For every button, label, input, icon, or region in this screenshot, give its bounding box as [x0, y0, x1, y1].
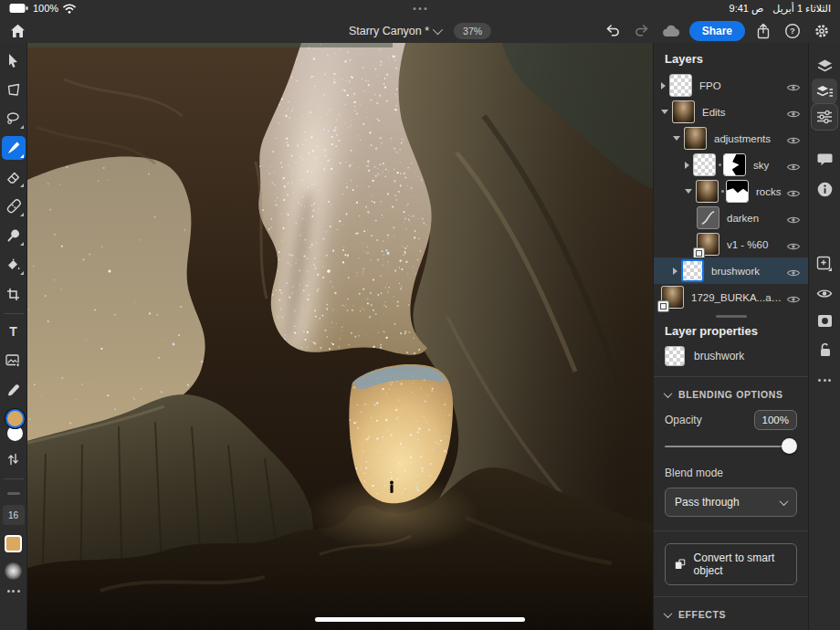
visibility-eye-icon[interactable]	[786, 239, 801, 250]
layer-more-options-button[interactable]	[812, 367, 837, 393]
visibility-eye-icon[interactable]	[786, 160, 801, 171]
more-tool-options-button[interactable]	[7, 590, 20, 593]
layer-row[interactable]: 1729_BURKA...anced-NR33	[654, 284, 808, 310]
layer-row[interactable]: adjustments	[654, 125, 808, 152]
properties-button[interactable]	[812, 104, 837, 130]
spot-healing-tool[interactable]	[2, 194, 26, 218]
canvas-image[interactable]	[27, 43, 653, 630]
layer-row[interactable]: v1 - %60	[654, 231, 808, 257]
info-button[interactable]	[812, 176, 837, 202]
cloud-sync-button[interactable]	[660, 21, 682, 41]
brush-size-field[interactable]: 16	[3, 505, 25, 525]
disclosure-triangle[interactable]	[685, 162, 689, 169]
chevron-down-icon	[433, 24, 443, 34]
crop-tool[interactable]	[2, 282, 26, 306]
layer-row[interactable]: sky	[654, 152, 808, 178]
lasso-select-tool[interactable]	[2, 107, 26, 131]
layer-thumbnail[interactable]	[669, 74, 692, 97]
photoshop-ipad-app: 100% 9:41 ص الثلاثاء 1 أبريل Starry Cany…	[0, 0, 840, 630]
visibility-eye-icon[interactable]	[786, 292, 801, 303]
eraser-tool[interactable]	[2, 165, 26, 189]
layer-row[interactable]: rocks	[654, 178, 808, 205]
properties-layer-thumbnail	[665, 346, 685, 366]
status-left: 100%	[9, 3, 76, 14]
layers-view-button[interactable]	[812, 53, 837, 79]
layer-thumbnail[interactable]	[661, 286, 684, 309]
layer-thumbnail[interactable]	[697, 206, 719, 229]
layer-thumbnail[interactable]	[696, 180, 719, 203]
comments-button[interactable]	[812, 146, 837, 172]
undo-icon	[604, 24, 621, 37]
layer-thumbnail[interactable]	[684, 127, 707, 150]
share-button[interactable]: Share	[689, 21, 745, 41]
opacity-slider[interactable]	[665, 438, 797, 454]
type-tool[interactable]: T	[2, 320, 26, 343]
home-indicator[interactable]	[315, 617, 525, 622]
slider-handle[interactable]	[782, 438, 797, 454]
top-toolbar: Starry Canyon * 37%	[0, 18, 840, 43]
visibility-eye-icon[interactable]	[786, 186, 801, 197]
move-tool[interactable]	[2, 48, 26, 72]
visibility-eye-icon[interactable]	[786, 107, 801, 118]
layers-panel-button[interactable]	[812, 79, 837, 104]
opacity-value-field[interactable]: 100%	[754, 410, 797, 430]
fill-tool[interactable]	[2, 253, 26, 277]
layer-visibility-button[interactable]	[812, 280, 837, 306]
layer-thumbnail[interactable]	[681, 259, 704, 282]
layer-row[interactable]: Edits	[654, 99, 808, 125]
disclosure-triangle[interactable]	[661, 110, 668, 114]
document-title-dropdown[interactable]: Starry Canyon *	[349, 25, 443, 37]
document-title: Starry Canyon *	[349, 25, 429, 37]
layer-row[interactable]: darken	[654, 205, 808, 231]
wifi-icon	[63, 4, 76, 14]
tool-options-drag-handle[interactable]	[7, 492, 20, 495]
brush-color-swatch[interactable]	[5, 535, 22, 552]
clone-stamp-tool[interactable]	[2, 224, 26, 247]
person-silhouette	[390, 481, 394, 494]
visibility-eye-icon[interactable]	[786, 80, 801, 91]
settings-button[interactable]	[811, 21, 833, 41]
layer-row[interactable]: brushwork	[654, 257, 808, 284]
disclosure-triangle[interactable]	[673, 268, 677, 275]
home-button[interactable]	[7, 21, 27, 41]
layer-thumbnail[interactable]	[697, 233, 719, 256]
redo-button[interactable]	[631, 21, 653, 41]
layer-thumbnail[interactable]	[693, 153, 716, 176]
multitask-indicator[interactable]	[414, 7, 427, 10]
swap-colors-button[interactable]	[2, 447, 26, 471]
help-button[interactable]: ?	[782, 21, 803, 41]
add-layer-button[interactable]	[812, 251, 837, 277]
disclosure-triangle[interactable]	[673, 136, 680, 141]
disclosure-triangle[interactable]	[661, 82, 666, 89]
undo-button[interactable]	[602, 21, 624, 41]
brush-preview[interactable]	[5, 562, 22, 580]
export-button[interactable]	[752, 21, 774, 41]
visibility-eye-icon[interactable]	[786, 213, 801, 224]
brush-tool[interactable]	[2, 136, 26, 160]
opacity-row: Opacity 100%	[665, 410, 797, 430]
visibility-eye-icon[interactable]	[786, 266, 801, 277]
visibility-eye-icon[interactable]	[786, 133, 801, 144]
foreground-color-chip[interactable]	[5, 409, 25, 428]
layer-lock-button[interactable]	[812, 337, 837, 362]
convert-to-smart-object-button[interactable]: Convert to smart object	[665, 543, 797, 585]
panel-resize-handle[interactable]	[654, 310, 808, 322]
layer-mask-thumbnail[interactable]	[723, 153, 746, 176]
layer-mask-button[interactable]	[812, 308, 837, 333]
layer-thumbnail[interactable]	[672, 100, 695, 123]
battery-percent: 100%	[33, 3, 58, 14]
layer-mask-thumbnail[interactable]	[726, 180, 749, 203]
zoom-level-badge[interactable]: 37%	[454, 23, 491, 39]
eyedropper-tool[interactable]	[2, 378, 26, 402]
blending-options-header[interactable]: BLENDING OPTIONS	[665, 389, 797, 400]
disclosure-triangle[interactable]	[685, 189, 692, 194]
layer-name: rocks	[756, 186, 786, 197]
add-layer-icon	[816, 256, 833, 272]
transform-tool[interactable]	[2, 78, 26, 101]
blend-mode-select[interactable]: Pass through	[665, 488, 797, 517]
layer-row[interactable]: FPO	[654, 72, 808, 99]
svg-text:?: ?	[790, 26, 795, 36]
effects-header[interactable]: EFFECTS	[665, 609, 797, 620]
sliders-icon	[816, 110, 833, 124]
place-photo-tool[interactable]	[2, 349, 26, 373]
